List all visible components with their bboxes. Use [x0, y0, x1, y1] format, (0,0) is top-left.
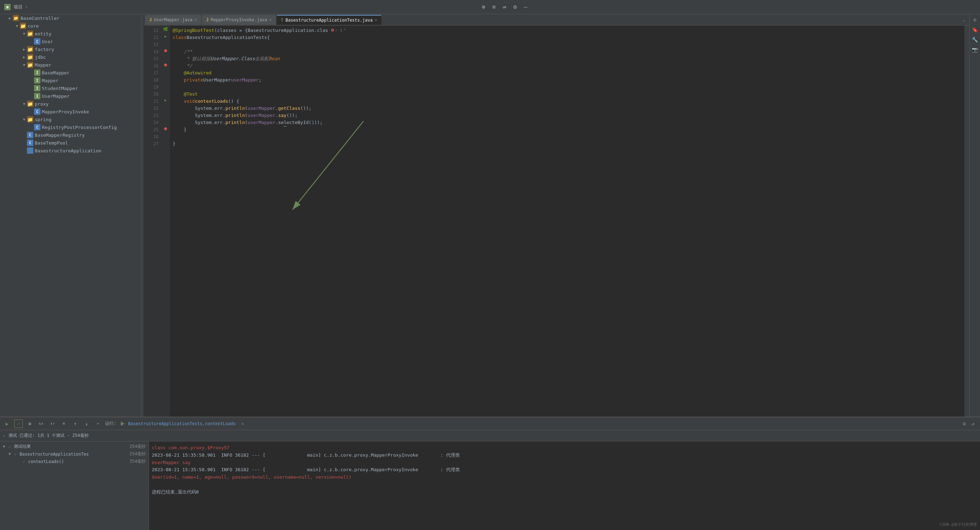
- java-icon: J: [206, 17, 208, 22]
- spacer: [29, 125, 34, 130]
- filter-button[interactable]: ≡: [60, 419, 68, 428]
- close-run-tab[interactable]: ✕: [242, 421, 244, 426]
- spacer: [21, 141, 27, 145]
- expand-btn[interactable]: ↗: [969, 419, 977, 428]
- code-line-17: @Autowired: [173, 70, 962, 76]
- tree-item-mapperproxyinvoke[interactable]: C MapperProxyInvoke: [0, 108, 142, 116]
- console-line-1: class com.sun.proxy.$Proxy57: [152, 444, 977, 452]
- camera-icon[interactable]: 📷: [972, 47, 978, 52]
- tab-mapperproxyinvoke[interactable]: J MapperProxyInvoke.java ✕: [202, 15, 276, 25]
- tree-label: jdbc: [35, 55, 46, 60]
- more-button[interactable]: »: [94, 419, 102, 428]
- up-button[interactable]: ↑: [71, 419, 80, 428]
- tab-basestructuretests[interactable]: T BasestructureApplicationTests.java ✕: [277, 15, 382, 25]
- project-selector[interactable]: ▦ 项目 ▾: [4, 4, 28, 10]
- bottom-panel: ▶ ✓ ⊗ ↻↕ ↕↑ ≡ ↑ ↓ » 运行: BasestructureApp…: [0, 417, 980, 530]
- test-tree-method[interactable]: ✓ contextLoads() 354毫秒: [0, 458, 149, 465]
- run-arrow: ▶: [164, 34, 167, 38]
- expand-icon[interactable]: ⌄: [963, 17, 965, 22]
- code-line-14: /**: [173, 48, 962, 55]
- class-icon: C: [34, 38, 40, 44]
- tree-label: BaseTempPool: [35, 140, 68, 146]
- scrollbar[interactable]: [964, 25, 969, 417]
- tree-item-basestructureapp[interactable]: C BasestructureApplication: [0, 147, 142, 154]
- spacer: [29, 70, 34, 75]
- down-button[interactable]: ↓: [82, 419, 91, 428]
- class-icon: C: [27, 132, 33, 138]
- collapse-arrow: ▼: [8, 452, 13, 456]
- error-indicator: ❶: [331, 27, 334, 34]
- test-status-text: 测试 已通过: 1共 1 个测试 - 254毫秒: [8, 433, 89, 439]
- sync-icon[interactable]: ⊕: [482, 3, 485, 10]
- stop-button[interactable]: ⊗: [25, 419, 34, 428]
- test-time: 254毫秒: [129, 451, 146, 457]
- breakpoint-dot: ●: [164, 48, 167, 53]
- tree-item-proxy[interactable]: ▼ 📁 proxy: [0, 100, 142, 108]
- code-line-26: [173, 133, 962, 140]
- test-label: contextLoads(): [28, 459, 64, 464]
- tree-item-basemapperregistry[interactable]: C BaseMapperRegistry: [0, 131, 142, 139]
- tree-item-usermapper[interactable]: I UserMapper: [0, 92, 142, 100]
- align-icon[interactable]: ≡: [493, 3, 496, 10]
- close-icon[interactable]: ✕: [375, 18, 377, 22]
- toggle-icon[interactable]: ⇌: [503, 3, 506, 10]
- code-line-21: void contextLoads() {: [173, 98, 962, 105]
- minimize-icon[interactable]: —: [524, 3, 527, 10]
- settings-icon[interactable]: ⚙: [514, 3, 517, 10]
- tree-label: User: [42, 39, 53, 44]
- debug-button[interactable]: ✓: [14, 419, 23, 428]
- run-button[interactable]: ▶: [3, 419, 11, 428]
- rerun-button[interactable]: ↻↕: [37, 419, 45, 428]
- tab-usermapper[interactable]: J UserMapper.java ✕: [145, 15, 201, 25]
- tree-label: UserMapper: [42, 94, 70, 99]
- test-tree-class[interactable]: ▼ ✓ BasestructureApplicationTes 254毫秒: [0, 450, 149, 458]
- tree-label: MapperProxyInvoke: [42, 109, 89, 114]
- tree-item-jdbc[interactable]: ▶ 📁 jdbc: [0, 53, 142, 61]
- spacer: [29, 86, 34, 91]
- test-label: 测试结果: [14, 444, 31, 449]
- tree-item-spring[interactable]: ▼ 📁 spring: [0, 116, 142, 123]
- tree-item-registry[interactable]: C RegistryPostProcessorConfig: [0, 123, 142, 131]
- editor-area: J UserMapper.java ✕ J MapperProxyInvoke.…: [143, 14, 969, 417]
- tree-label: entity: [35, 31, 51, 36]
- tree-label: StudentMapper: [42, 86, 78, 91]
- tree-item-factory[interactable]: ▶ 📁 factory: [0, 45, 142, 53]
- test-tree: ▼ ✓ 测试结果 254毫秒 ▼ ✓ BasestructureApplicat…: [0, 441, 149, 530]
- folder-icon: 📁: [13, 15, 19, 21]
- project-label: 项目: [13, 4, 23, 10]
- tree-item-core[interactable]: ▼ 📁 core: [0, 22, 142, 30]
- tab-label: UserMapper.java: [154, 17, 192, 22]
- tree-item-basetemppool[interactable]: C BaseTempPool: [0, 139, 142, 147]
- tree-item-entity[interactable]: ▼ 📁 entity: [0, 30, 142, 38]
- tree-item-mapper-folder[interactable]: ▼ 📁 Mapper: [0, 61, 142, 69]
- test-status-bar: ✓ 测试 已通过: 1共 1 个测试 - 254毫秒: [0, 430, 980, 441]
- tree-item-user[interactable]: C User: [0, 38, 142, 45]
- tree-item-basecontroller[interactable]: ▶ 📁 BaseController: [0, 14, 142, 22]
- test-tree-results[interactable]: ▼ ✓ 测试结果 254毫秒: [0, 443, 149, 450]
- folder-icon: 📁: [27, 101, 33, 107]
- tree-label: BasestructureApplication: [35, 148, 102, 153]
- code-line-25: }: [173, 126, 962, 133]
- breakpoint-dot: ●: [164, 126, 167, 131]
- tree-item-basemapper[interactable]: I BaseMapper: [0, 69, 142, 76]
- code-line-12: class BasestructureApplicationTests {: [173, 34, 962, 41]
- wrench-icon[interactable]: 🔧: [972, 37, 978, 43]
- close-icon[interactable]: ✕: [195, 17, 197, 22]
- run-file-label: BasestructureApplicationTests.contextLoa…: [128, 421, 235, 426]
- spacer: [29, 94, 34, 98]
- tree-label: Mapper: [42, 78, 59, 83]
- sort-button[interactable]: ↕↑: [48, 419, 57, 428]
- settings-btn[interactable]: ⚙: [963, 421, 966, 427]
- tree-item-mapper[interactable]: I Mapper: [0, 76, 142, 84]
- code-line-24: System.err.println(userMapper.selecteByI…: [173, 119, 962, 126]
- code-content[interactable]: @SpringBootTest(classes = {Basestructure…: [170, 25, 964, 417]
- bookmark-icon[interactable]: 🔖: [972, 27, 978, 33]
- tree-label: BaseController: [21, 16, 60, 21]
- class-icon: C: [27, 140, 33, 146]
- gear-icon[interactable]: ⚙: [963, 421, 966, 427]
- tree-item-studentmapper[interactable]: I StudentMapper: [0, 84, 142, 92]
- console-output[interactable]: class com.sun.proxy.$Proxy57 2023-08-21 …: [149, 441, 980, 530]
- close-icon[interactable]: ✕: [269, 17, 272, 22]
- gear-icon[interactable]: ⚙: [973, 17, 976, 23]
- test-icon: T: [281, 18, 283, 23]
